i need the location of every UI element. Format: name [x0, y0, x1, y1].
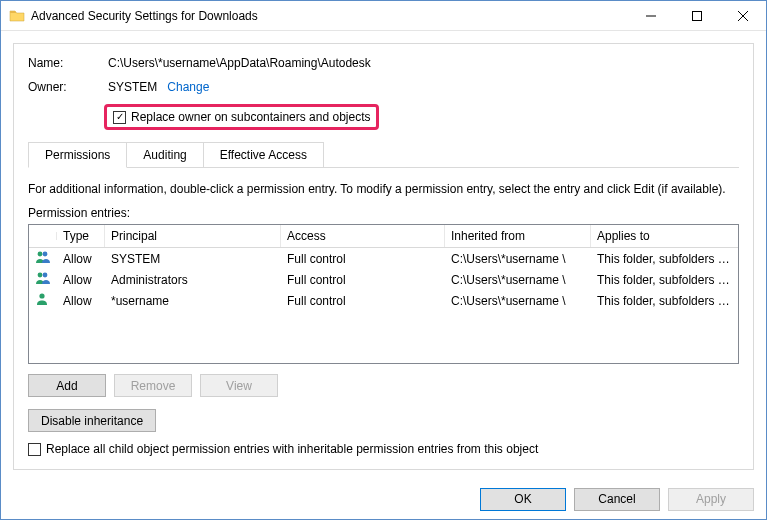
col-access[interactable]: Access — [281, 225, 445, 247]
owner-label: Owner: — [28, 80, 108, 94]
row-principal: *username — [105, 292, 281, 310]
row-inherited: C:\Users\*username \ — [445, 271, 591, 289]
disable-inheritance-button[interactable]: Disable inheritance — [28, 409, 156, 432]
dialog-footer: OK Cancel Apply — [1, 478, 766, 521]
row-icon — [29, 269, 57, 290]
svg-point-5 — [39, 293, 44, 298]
add-button[interactable]: Add — [28, 374, 106, 397]
apply-button: Apply — [668, 488, 754, 511]
grid-header: Type Principal Access Inherited from App… — [29, 225, 738, 248]
row-icon — [29, 248, 57, 269]
cancel-button[interactable]: Cancel — [574, 488, 660, 511]
svg-rect-0 — [693, 11, 702, 20]
name-label: Name: — [28, 56, 108, 70]
folder-icon — [9, 8, 25, 24]
name-value: C:\Users\*username\AppData\Roaming\Autod… — [108, 56, 371, 70]
maximize-button[interactable] — [674, 1, 720, 31]
owner-value: SYSTEM — [108, 80, 157, 94]
view-button: View — [200, 374, 278, 397]
col-applies[interactable]: Applies to — [591, 225, 738, 247]
replace-child-checkbox[interactable] — [28, 443, 41, 456]
row-access: Full control — [281, 292, 445, 310]
close-button[interactable] — [720, 1, 766, 31]
svg-point-3 — [38, 273, 43, 278]
replace-child-row: Replace all child object permission entr… — [28, 442, 538, 456]
svg-point-2 — [43, 252, 48, 257]
row-principal: SYSTEM — [105, 250, 281, 268]
permission-grid[interactable]: Type Principal Access Inherited from App… — [28, 224, 739, 364]
tab-effective-access[interactable]: Effective Access — [203, 142, 324, 168]
entry-buttons: Add Remove View — [28, 374, 739, 397]
table-row[interactable]: AllowSYSTEMFull controlC:\Users\*usernam… — [29, 248, 738, 269]
row-type: Allow — [57, 250, 105, 268]
replace-owner-highlight: ✓ Replace owner on subcontainers and obj… — [104, 104, 379, 130]
window-title: Advanced Security Settings for Downloads — [31, 9, 258, 23]
ok-button[interactable]: OK — [480, 488, 566, 511]
table-row[interactable]: AllowAdministratorsFull controlC:\Users\… — [29, 269, 738, 290]
row-access: Full control — [281, 271, 445, 289]
titlebar: Advanced Security Settings for Downloads — [1, 1, 766, 31]
main-panel: Name: C:\Users\*username\AppData\Roaming… — [13, 43, 754, 470]
svg-point-1 — [38, 252, 43, 257]
row-access: Full control — [281, 250, 445, 268]
svg-point-4 — [43, 273, 48, 278]
row-applies: This folder, subfolders and files — [591, 292, 738, 310]
remove-button: Remove — [114, 374, 192, 397]
replace-owner-checkbox[interactable]: ✓ — [113, 111, 126, 124]
row-principal: Administrators — [105, 271, 281, 289]
info-text: For additional information, double-click… — [28, 182, 739, 196]
change-owner-link[interactable]: Change — [167, 80, 209, 94]
col-principal[interactable]: Principal — [105, 225, 281, 247]
tab-bar: Permissions Auditing Effective Access — [28, 142, 739, 168]
row-applies: This folder, subfolders and files — [591, 271, 738, 289]
tab-page-permissions: For additional information, double-click… — [28, 167, 739, 459]
entries-label: Permission entries: — [28, 206, 739, 220]
owner-row: Owner: SYSTEM Change — [28, 80, 739, 94]
row-type: Allow — [57, 292, 105, 310]
minimize-button[interactable] — [628, 1, 674, 31]
col-inherited[interactable]: Inherited from — [445, 225, 591, 247]
row-type: Allow — [57, 271, 105, 289]
row-inherited: C:\Users\*username \ — [445, 250, 591, 268]
row-applies: This folder, subfolders and files — [591, 250, 738, 268]
replace-child-label: Replace all child object permission entr… — [46, 442, 538, 456]
row-icon — [29, 290, 57, 311]
row-inherited: C:\Users\*username \ — [445, 292, 591, 310]
name-row: Name: C:\Users\*username\AppData\Roaming… — [28, 56, 739, 70]
col-type[interactable]: Type — [57, 225, 105, 247]
table-row[interactable]: Allow*usernameFull controlC:\Users\*user… — [29, 290, 738, 311]
replace-owner-label: Replace owner on subcontainers and objec… — [131, 110, 370, 124]
col-icon[interactable] — [29, 232, 57, 240]
tab-auditing[interactable]: Auditing — [126, 142, 203, 168]
tab-permissions[interactable]: Permissions — [28, 142, 127, 168]
